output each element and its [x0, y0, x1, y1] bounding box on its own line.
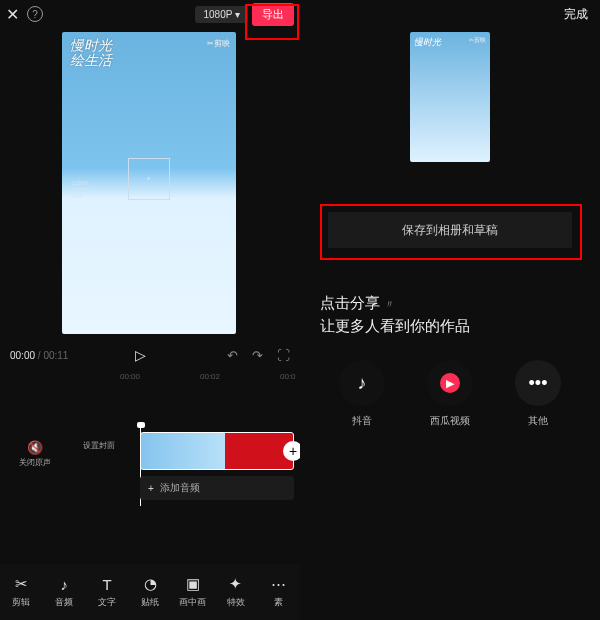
- share-line2: 让更多人看到你的作品: [320, 317, 470, 334]
- tool-sticker[interactable]: ◔贴纸: [129, 564, 172, 620]
- share-xigua[interactable]: ▶ 西瓜视频: [427, 360, 473, 428]
- help-icon[interactable]: ?: [27, 6, 43, 22]
- share-label: 西瓜视频: [430, 414, 470, 428]
- douyin-icon: ♪: [339, 360, 385, 406]
- scissors-icon: ✂: [15, 575, 28, 593]
- ruler-tick: 00:00: [120, 372, 140, 381]
- done-button[interactable]: 完成: [564, 0, 600, 28]
- share-line1: 点击分享: [320, 294, 380, 311]
- share-targets: ♪ 抖音 ▶ 西瓜视频 ••• 其他: [300, 360, 600, 428]
- play-icon[interactable]: ▷: [135, 347, 146, 363]
- add-audio-label: 添加音频: [160, 481, 200, 495]
- editor-pane: ✕ ? 1080P 导出 慢时光 绘生活 ✂剪映 1/250 OPEN ISO …: [0, 0, 300, 620]
- preview-brand: ✂剪映: [207, 38, 230, 49]
- share-douyin[interactable]: ♪ 抖音: [339, 360, 385, 428]
- export-pane: 完成 慢时光 ✂剪映 保存到相册和草稿 点击分享〃 让更多人看到你的作品 ♪ 抖…: [300, 0, 600, 620]
- share-heading: 点击分享〃 让更多人看到你的作品: [320, 292, 470, 337]
- share-label: 其他: [528, 414, 548, 428]
- mute-original-button[interactable]: 🔇 关闭原声: [6, 440, 64, 468]
- cover-label: 设置封面: [83, 441, 115, 450]
- video-preview[interactable]: 慢时光 绘生活 ✂剪映 1/250 OPEN ISO: [62, 32, 236, 334]
- more-icon: ⋯: [271, 575, 286, 593]
- ruler-tick: 00:02: [200, 372, 220, 381]
- undo-icon[interactable]: ↶: [227, 348, 238, 363]
- timeline-clips: + 添加音频: [140, 432, 294, 500]
- add-audio-button[interactable]: 添加音频: [140, 476, 294, 500]
- time-total: 00:11: [43, 350, 68, 361]
- share-other[interactable]: ••• 其他: [515, 360, 561, 428]
- share-label: 抖音: [352, 414, 372, 428]
- ruler-tick: 00:0: [280, 372, 296, 381]
- effects-icon: ✦: [229, 575, 242, 593]
- export-thumbnail: 慢时光 ✂剪映: [410, 32, 490, 162]
- tool-text[interactable]: T文字: [86, 564, 129, 620]
- text-icon: T: [103, 576, 112, 593]
- xigua-icon: ▶: [427, 360, 473, 406]
- fullscreen-icon[interactable]: ⛶: [277, 348, 290, 363]
- thumb-title: 慢时光: [414, 36, 441, 49]
- set-cover-button[interactable]: 设置封面: [74, 440, 124, 451]
- video-clip[interactable]: +: [140, 432, 294, 470]
- thumb-brand: ✂剪映: [469, 36, 486, 45]
- tool-more[interactable]: ⋯素: [257, 564, 300, 620]
- music-icon: ♪: [61, 576, 69, 593]
- quote-icon: 〃: [384, 298, 395, 310]
- focus-dot-icon: [147, 177, 150, 180]
- more-icon: •••: [515, 360, 561, 406]
- bottom-toolbar: ✂剪辑 ♪音频 T文字 ◔贴纸 ▣画中画 ✦特效 ⋯素: [0, 564, 300, 620]
- mute-label: 关闭原声: [19, 458, 51, 467]
- save-to-album-button[interactable]: 保存到相册和草稿: [328, 212, 572, 248]
- redo-icon[interactable]: ↷: [252, 348, 263, 363]
- time-current: 00:00: [10, 350, 35, 361]
- export-button[interactable]: 导出: [252, 3, 294, 26]
- preview-meta-text: 1/250 OPEN ISO: [72, 180, 89, 200]
- transport-bar: 00:00 / 00:11 ▷ ↶ ↷ ⛶: [0, 342, 300, 368]
- close-icon[interactable]: ✕: [6, 5, 19, 24]
- tool-effects[interactable]: ✦特效: [214, 564, 257, 620]
- tool-cut[interactable]: ✂剪辑: [0, 564, 43, 620]
- pip-icon: ▣: [186, 575, 200, 593]
- speaker-icon: 🔇: [6, 440, 64, 455]
- editor-topbar: ✕ ? 1080P 导出: [0, 0, 300, 28]
- preview-title-text: 慢时光 绘生活: [70, 38, 112, 69]
- time-sep: /: [35, 350, 43, 361]
- tool-audio[interactable]: ♪音频: [43, 564, 86, 620]
- tool-pip[interactable]: ▣画中画: [171, 564, 214, 620]
- resolution-dropdown[interactable]: 1080P: [195, 6, 248, 23]
- sticker-icon: ◔: [144, 575, 157, 593]
- timeline-ruler[interactable]: 00:00 00:02 00:0: [0, 370, 300, 384]
